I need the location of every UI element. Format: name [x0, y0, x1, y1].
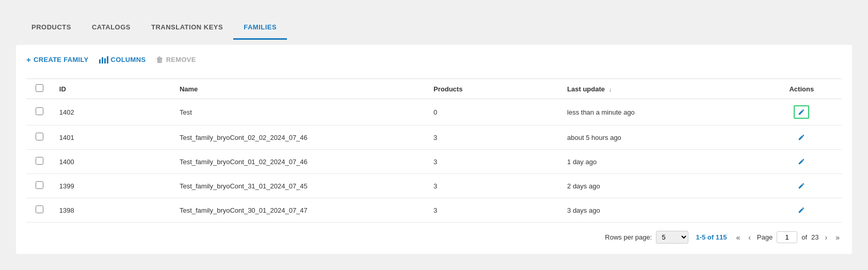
- cell-id: 1399: [53, 174, 173, 198]
- columns-label: COLUMNS: [111, 56, 146, 63]
- of-label: of: [801, 233, 807, 241]
- tab-families[interactable]: FAMILIES: [233, 16, 287, 40]
- last-update-label: Last update: [567, 85, 605, 93]
- remove-button[interactable]: 🗑 REMOVE: [156, 56, 196, 64]
- cell-id: 1401: [53, 125, 173, 150]
- pagination: Rows per page: 5102550 1-5 of 115 « ‹ Pa…: [26, 231, 842, 244]
- cell-id: 1402: [53, 99, 173, 125]
- table-row: 1399Test_family_bryoCont_31_01_2024_07_4…: [26, 174, 842, 198]
- tab-products[interactable]: PRODUCTS: [21, 16, 82, 40]
- sort-icon: ↓: [609, 86, 612, 92]
- cell-actions: [762, 150, 842, 174]
- cell-name: Test_family_bryoCont_31_01_2024_07_45: [173, 174, 427, 198]
- row-checkbox[interactable]: [36, 133, 43, 140]
- next-page-button[interactable]: ›: [823, 232, 830, 243]
- cell-actions: [762, 198, 842, 223]
- table-header-row: ID Name Products Last update ↓ Actions: [26, 79, 842, 99]
- page-label: Page: [757, 233, 773, 241]
- cell-name: Test_family_bryoCont_02_02_2024_07_46: [173, 125, 427, 150]
- families-table: ID Name Products Last update ↓ Actions 1…: [26, 78, 842, 223]
- header-last-update[interactable]: Last update ↓: [561, 79, 762, 99]
- app-container: PRODUCTS CATALOGS TRANSLATION KEYS FAMIL…: [16, 16, 852, 254]
- edit-button[interactable]: [796, 156, 807, 167]
- cell-products: 3: [427, 198, 561, 223]
- table-row: 1400Test_family_bryoCont_01_02_2024_07_4…: [26, 150, 842, 174]
- cell-name: Test_family_bryoCont_30_01_2024_07_47: [173, 198, 427, 223]
- create-family-button[interactable]: + CREATE FAMILY: [26, 55, 89, 64]
- cell-name: Test: [173, 99, 427, 125]
- cell-actions: [762, 125, 842, 150]
- row-checkbox[interactable]: [36, 181, 43, 189]
- page-input[interactable]: [777, 231, 797, 243]
- prev-page-button[interactable]: ‹: [746, 232, 753, 243]
- header-checkbox-cell: [26, 79, 53, 99]
- table-row: 1402Test0less than a minute ago: [26, 99, 842, 125]
- plus-icon: +: [26, 55, 31, 64]
- header-name: Name: [173, 79, 427, 99]
- cell-actions: [762, 99, 842, 125]
- select-all-checkbox[interactable]: [36, 84, 43, 92]
- cell-last-update: about 5 hours ago: [561, 125, 762, 150]
- table-row: 1398Test_family_bryoCont_30_01_2024_07_4…: [26, 198, 842, 223]
- pagination-range: 1-5 of 115: [696, 233, 727, 241]
- remove-label: REMOVE: [166, 56, 196, 63]
- cell-last-update: less than a minute ago: [561, 99, 762, 125]
- header-id: ID: [53, 79, 173, 99]
- cell-products: 3: [427, 150, 561, 174]
- row-checkbox[interactable]: [36, 107, 43, 115]
- cell-last-update: 2 days ago: [561, 174, 762, 198]
- cell-id: 1400: [53, 150, 173, 174]
- cell-id: 1398: [53, 198, 173, 223]
- cell-actions: [762, 174, 842, 198]
- edit-button[interactable]: [796, 132, 807, 143]
- first-page-button[interactable]: «: [734, 232, 742, 243]
- rows-per-page-select[interactable]: 5102550: [656, 231, 688, 244]
- columns-icon: [99, 56, 108, 63]
- cell-products: 0: [427, 99, 561, 125]
- edit-button[interactable]: [794, 105, 809, 119]
- last-page-button[interactable]: »: [833, 232, 842, 243]
- create-family-label: CREATE FAMILY: [34, 56, 88, 63]
- edit-button[interactable]: [796, 204, 807, 216]
- total-pages: 23: [811, 233, 818, 241]
- cell-name: Test_family_bryoCont_01_02_2024_07_46: [173, 150, 427, 174]
- row-checkbox[interactable]: [36, 205, 43, 213]
- cell-products: 3: [427, 125, 561, 150]
- rows-per-page-label: Rows per page:: [605, 233, 652, 241]
- trash-icon: 🗑: [156, 56, 163, 64]
- toolbar: + CREATE FAMILY COLUMNS 🗑 REMOVE: [26, 55, 842, 70]
- top-navigation: PRODUCTS CATALOGS TRANSLATION KEYS FAMIL…: [16, 16, 852, 40]
- edit-button[interactable]: [796, 180, 807, 192]
- columns-button[interactable]: COLUMNS: [99, 56, 146, 63]
- row-checkbox[interactable]: [36, 157, 43, 165]
- cell-last-update: 3 days ago: [561, 198, 762, 223]
- cell-last-update: 1 day ago: [561, 150, 762, 174]
- cell-products: 3: [427, 174, 561, 198]
- table-row: 1401Test_family_bryoCont_02_02_2024_07_4…: [26, 125, 842, 150]
- tab-catalogs[interactable]: CATALOGS: [82, 16, 141, 40]
- main-panel: + CREATE FAMILY COLUMNS 🗑 REMOVE: [16, 45, 852, 254]
- tab-translation-keys[interactable]: TRANSLATION KEYS: [141, 16, 233, 40]
- header-products: Products: [427, 79, 561, 99]
- header-actions: Actions: [762, 79, 842, 99]
